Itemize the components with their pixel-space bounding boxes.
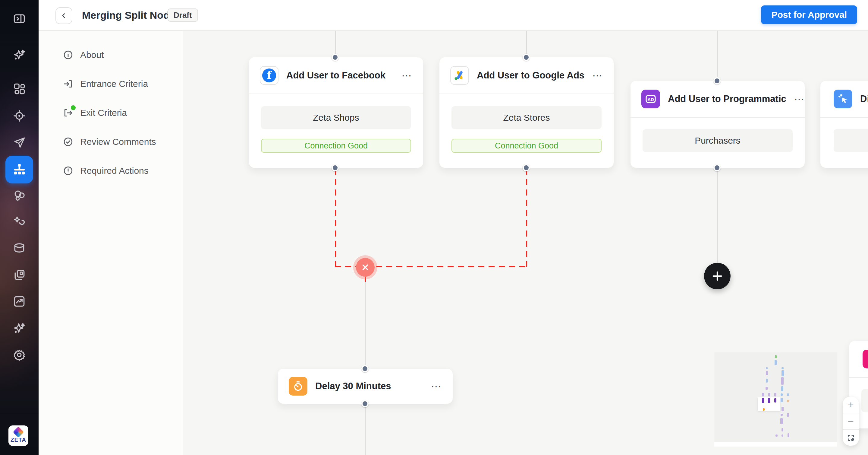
ai-sparkle-icon-2[interactable] [12, 321, 26, 335]
send-plane-icon[interactable] [12, 136, 26, 149]
minimap-node [775, 434, 778, 436]
node-card-delay[interactable]: Delay 30 Minutes ⋯ [278, 369, 453, 404]
minimap-node [762, 398, 764, 403]
report-doc-icon[interactable] [12, 294, 26, 308]
close-icon [361, 263, 369, 271]
minimap-node [781, 394, 783, 396]
handle-delay-bottom[interactable] [361, 400, 369, 407]
minimap-bottom-strip [714, 442, 837, 447]
cursor-click-icon [834, 90, 852, 108]
node-header: Did [820, 81, 868, 118]
node-title: Add User to Programmatic [668, 93, 786, 105]
post-for-approval-button[interactable]: Post for Approval [761, 5, 857, 24]
node-title: Add User to Facebook [286, 70, 394, 81]
google-ads-icon [450, 66, 469, 85]
dashed-edge-facebook [335, 169, 336, 267]
copy-layers-icon[interactable] [12, 268, 26, 282]
minimap-node [766, 367, 768, 369]
node-card-partial-did[interactable]: Did [820, 81, 868, 168]
node-body-value [861, 389, 868, 412]
fit-view-button[interactable] [843, 429, 859, 446]
node-menu-button[interactable]: ⋯ [592, 73, 603, 79]
node-body-value: Zeta Shops [261, 106, 411, 129]
audience-circles-icon[interactable] [12, 189, 26, 202]
sidebar-divider-bottom [0, 413, 38, 413]
minimap-node [774, 393, 776, 396]
journey-sitemap-icon-active[interactable] [5, 156, 33, 183]
delete-connector-button[interactable] [356, 258, 375, 277]
pink-node-icon [863, 350, 868, 368]
exit-icon [63, 108, 73, 118]
panel-item-required-actions[interactable]: Required Actions [38, 161, 183, 180]
panel-toggle-icon[interactable] [12, 12, 26, 26]
entrance-icon [63, 79, 73, 89]
handle-facebook-top[interactable] [332, 54, 339, 61]
edge-into-google [526, 30, 527, 57]
node-header: f Add User to Facebook ⋯ [249, 57, 423, 94]
panel-item-review-comments[interactable]: Review Comments [38, 132, 183, 151]
panel-item-label: Exit Criteria [80, 108, 127, 118]
fit-view-icon [847, 434, 855, 442]
minimap-node [763, 408, 765, 410]
handle-google-bottom[interactable] [523, 164, 530, 171]
dashed-edge-stub [365, 276, 366, 282]
connection-status-badge: Connection Good [261, 139, 411, 153]
zeta-logo-text: ZETA [10, 436, 26, 443]
database-icon[interactable] [12, 241, 26, 255]
handle-google-top[interactable] [523, 54, 530, 61]
notification-dot [71, 105, 76, 110]
minimap-node [781, 370, 784, 376]
panel-item-about[interactable]: About [38, 45, 183, 64]
edge-into-facebook [335, 30, 336, 57]
node-body-value: Zeta Stores [452, 106, 601, 129]
edge-programmatic-to-add [717, 168, 718, 263]
ai-sparkle-icon[interactable] [12, 48, 26, 62]
panel-item-exit-criteria[interactable]: Exit Criteria [38, 103, 183, 122]
target-icon[interactable] [12, 109, 26, 123]
node-title: Delay 30 Minutes [315, 381, 423, 392]
dashboard-grid-icon[interactable] [12, 82, 26, 96]
zoom-out-button[interactable]: − [843, 413, 859, 429]
edge-below-delay [365, 404, 366, 455]
node-menu-button[interactable]: ⋯ [431, 383, 442, 389]
minimap-node [780, 418, 783, 424]
back-button[interactable] [56, 7, 72, 24]
node-card-google-ads[interactable]: Add User to Google Ads ⋯ Zeta Stores Con… [439, 57, 614, 168]
node-title: Add User to Google Ads [477, 70, 584, 81]
node-card-programmatic[interactable]: AD Add User to Programmatic ⋯ Purchasers [630, 81, 805, 168]
handle-programmatic-bottom[interactable] [713, 164, 721, 171]
minimap-node [774, 398, 776, 402]
minimap-node [787, 394, 789, 396]
page-title: Merging Split Nodes [82, 0, 181, 30]
minimap-node [766, 387, 768, 390]
handle-programmatic-top[interactable] [713, 77, 721, 84]
minimap-node [781, 428, 783, 431]
settings-gear-icon[interactable] [12, 348, 26, 362]
minimap-node [787, 400, 789, 402]
minimap-node [775, 360, 777, 365]
zeta-logo[interactable]: ZETA [8, 425, 28, 446]
node-menu-button[interactable]: ⋯ [401, 73, 412, 79]
minimap-node [766, 379, 768, 382]
handle-facebook-bottom[interactable] [332, 164, 339, 171]
panel-item-label: Entrance Criteria [80, 79, 148, 89]
node-header: Delay 30 Minutes ⋯ [278, 369, 453, 404]
edge-into-programmatic [717, 30, 718, 81]
minimap-node [781, 414, 783, 416]
panel-item-label: About [80, 50, 104, 60]
header: Merging Split Nodes Draft Post for Appro… [38, 0, 868, 31]
node-card-facebook[interactable]: f Add User to Facebook ⋯ Zeta Shops Conn… [249, 57, 423, 168]
minimap-node [787, 433, 789, 437]
zoom-in-button[interactable]: + [843, 397, 859, 413]
node-header: Add User to Google Ads ⋯ [439, 57, 614, 94]
zoom-controls: + − [843, 397, 859, 446]
node-header: AD Add User to Programmatic ⋯ [630, 81, 805, 118]
node-menu-button[interactable]: ⋯ [794, 96, 805, 102]
handle-delay-top[interactable] [361, 365, 369, 372]
minimap[interactable] [714, 352, 837, 442]
add-node-button[interactable] [704, 263, 731, 289]
lasso-sparkle-icon[interactable] [12, 215, 26, 229]
node-body-value: Purchasers [643, 129, 793, 152]
minimap-node [762, 393, 764, 396]
panel-item-entrance-criteria[interactable]: Entrance Criteria [38, 74, 183, 93]
